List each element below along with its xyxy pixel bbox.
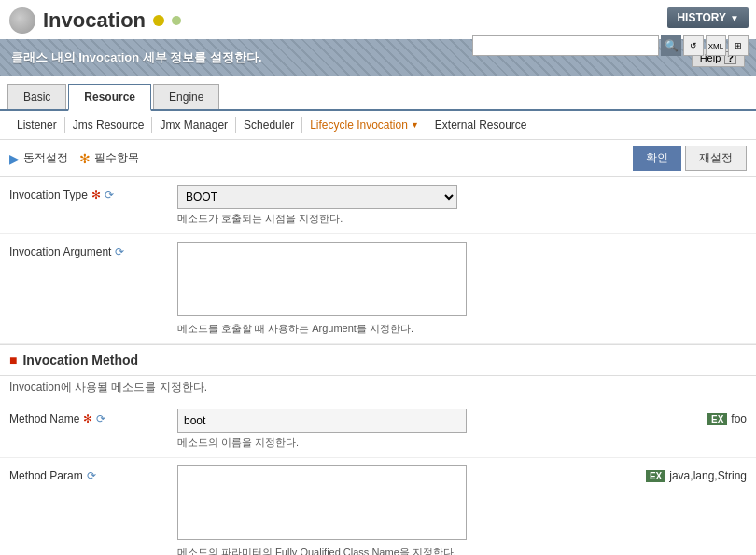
- sync-icon[interactable]: ⟳: [105, 188, 114, 201]
- reset-button[interactable]: 재설정: [685, 146, 747, 171]
- nav-jms-resource[interactable]: Jms Resource: [65, 117, 153, 133]
- page-title: Invocation: [9, 7, 747, 34]
- invocation-type-select[interactable]: BOOT SHUTDOWN RELOAD: [177, 185, 457, 209]
- invocation-type-row: Invocation Type ✻ ⟳ BOOT SHUTDOWN RELOAD…: [0, 177, 756, 234]
- method-name-badge-area: EX foo: [707, 409, 747, 425]
- logo-circle-gray: [9, 7, 35, 34]
- toolbar-left: ▶ 동적설정 ✻ 필수항목: [9, 150, 139, 166]
- sync-icon[interactable]: ⟳: [87, 469, 96, 482]
- sync-icon[interactable]: ⟳: [96, 412, 105, 425]
- invocation-type-label: Invocation Type ✻ ⟳: [9, 185, 177, 201]
- invocation-argument-row: Invocation Argument ⟳ 메소드를 호출할 때 사용하는 Ar…: [0, 234, 756, 344]
- tab-basic[interactable]: Basic: [7, 84, 66, 109]
- xml-button[interactable]: XML: [706, 35, 726, 56]
- required-label: 필수항목: [94, 150, 139, 166]
- dynamic-label: 동적설정: [23, 150, 68, 166]
- method-name-ex-value: foo: [731, 412, 747, 425]
- history-button[interactable]: HISTORY ▼: [667, 7, 749, 28]
- method-param-ex-value: java,lang,String: [669, 469, 747, 482]
- invocation-type-hint: 메소드가 호출되는 시점을 지정한다.: [177, 212, 747, 226]
- method-param-label: Method Param ⟳: [9, 465, 177, 482]
- xml-icon: XML: [708, 42, 723, 50]
- nav-jmx-manager[interactable]: Jmx Manager: [152, 117, 236, 133]
- grid-icon: ⊞: [735, 41, 742, 50]
- search-icon: 🔍: [665, 39, 679, 52]
- nav-external-resource[interactable]: External Resource: [427, 117, 535, 133]
- grid-button[interactable]: ⊞: [728, 35, 749, 56]
- form-section: Invocation Type ✻ ⟳ BOOT SHUTDOWN RELOAD…: [0, 177, 756, 344]
- method-name-content: 메소드의 이름을 지정한다.: [177, 409, 707, 450]
- ex-badge: EX: [707, 413, 727, 425]
- method-name-row: Method Name ✻ ⟳ 메소드의 이름을 지정한다. EX foo: [0, 401, 756, 458]
- toolbar: ▶ 동적설정 ✻ 필수항목 확인 재설정: [0, 140, 756, 177]
- header: Invocation HISTORY ▼ 🔍 ↺ XML ⊞: [0, 0, 756, 37]
- invocation-argument-label: Invocation Argument ⟳: [9, 242, 177, 258]
- invocation-argument-textarea[interactable]: [177, 242, 467, 316]
- invocation-argument-content: 메소드를 호출할 때 사용하는 Argument를 지정한다.: [177, 242, 747, 336]
- confirm-button[interactable]: 확인: [633, 146, 681, 171]
- tab-engine[interactable]: Engine: [153, 84, 219, 109]
- section-icon: ■: [9, 353, 17, 368]
- chevron-down-icon: ▼: [411, 120, 419, 130]
- nav-scheduler[interactable]: Scheduler: [236, 117, 302, 133]
- search-input[interactable]: [472, 35, 659, 56]
- refresh-icon: ↺: [690, 41, 697, 50]
- sync-icon[interactable]: ⟳: [115, 245, 124, 258]
- section-description: Invocation에 사용될 메소드를 지정한다.: [0, 376, 756, 401]
- method-param-row: Method Param ⟳ 메소드의 파라미터의 Fully Qualifie…: [0, 458, 756, 555]
- nav-lifecycle-invocation[interactable]: Lifecycle Invocation ▼: [302, 117, 427, 133]
- nav-listener[interactable]: Listener: [9, 117, 65, 133]
- method-param-badge-area: EX java,lang,String: [646, 465, 747, 482]
- ex-badge: EX: [646, 470, 665, 482]
- method-name-input[interactable]: [177, 409, 467, 433]
- required-star-icon: ✻: [83, 412, 92, 425]
- dynamic-icon: ▶: [9, 151, 20, 166]
- method-param-hint: 메소드의 파라미터의 Fully Qualified Class Name을 지…: [177, 546, 646, 555]
- method-name-hint: 메소드의 이름을 지정한다.: [177, 436, 707, 450]
- tabs-row: Basic Resource Engine: [0, 76, 756, 111]
- chevron-down-icon: ▼: [730, 13, 739, 23]
- search-button[interactable]: 🔍: [661, 35, 681, 56]
- invocation-method-section-header: ■ Invocation Method: [0, 344, 756, 376]
- section-title: Invocation Method: [22, 353, 138, 368]
- invocation-argument-hint: 메소드를 호출할 때 사용하는 Argument를 지정한다.: [177, 322, 747, 336]
- dynamic-setting-item[interactable]: ▶ 동적설정: [9, 150, 68, 166]
- method-name-label: Method Name ✻ ⟳: [9, 409, 177, 425]
- method-param-textarea[interactable]: [177, 465, 467, 540]
- required-star-icon: ✻: [79, 151, 91, 166]
- nav-links: Listener Jms Resource Jmx Manager Schedu…: [0, 111, 756, 140]
- logo-circle-green: [172, 16, 181, 25]
- search-bar: 🔍 ↺ XML ⊞: [472, 35, 749, 56]
- tab-resource[interactable]: Resource: [68, 84, 151, 111]
- method-param-content: 메소드의 파라미터의 Fully Qualified Class Name을 지…: [177, 465, 646, 555]
- refresh-button[interactable]: ↺: [683, 35, 704, 56]
- invocation-type-content: BOOT SHUTDOWN RELOAD 메소드가 호출되는 시점을 지정한다.: [177, 185, 747, 226]
- required-item: ✻ 필수항목: [79, 150, 139, 166]
- description-text: 클래스 내의 Invocation 세부 정보를 설정한다.: [11, 49, 262, 66]
- toolbar-right: 확인 재설정: [633, 146, 747, 171]
- required-star-icon: ✻: [91, 188, 101, 201]
- logo-circle-yellow: [153, 15, 164, 26]
